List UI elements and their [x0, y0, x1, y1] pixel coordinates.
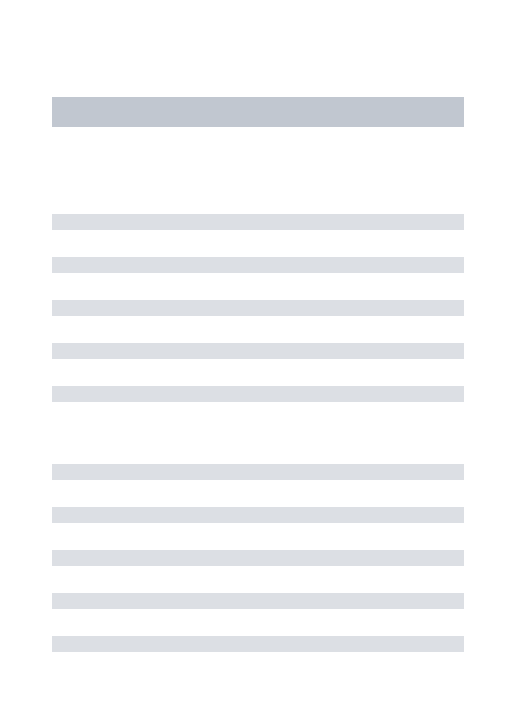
- skeleton-container: [0, 0, 516, 652]
- text-line-placeholder: [52, 636, 464, 652]
- text-line-placeholder: [52, 464, 464, 480]
- paragraph-placeholder-1: [52, 214, 464, 402]
- text-line-placeholder: [52, 214, 464, 230]
- text-line-placeholder: [52, 257, 464, 273]
- text-line-placeholder: [52, 593, 464, 609]
- text-line-placeholder: [52, 550, 464, 566]
- paragraph-placeholder-2: [52, 464, 464, 652]
- text-line-placeholder: [52, 300, 464, 316]
- title-placeholder: [52, 97, 464, 127]
- text-line-placeholder: [52, 343, 464, 359]
- text-line-placeholder: [52, 507, 464, 523]
- text-line-placeholder: [52, 386, 464, 402]
